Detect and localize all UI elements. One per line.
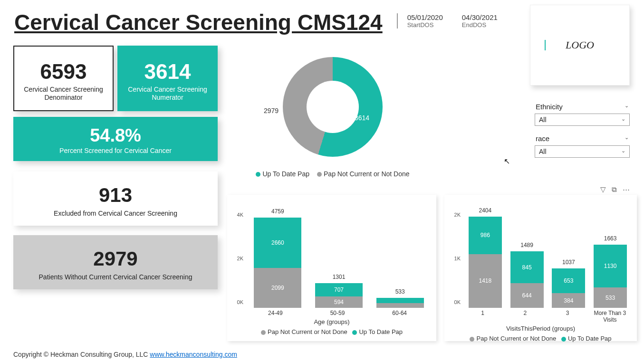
- logo-placeholder: LOGO: [530, 5, 630, 86]
- age-chart-legend: Pap Not Current or Not Done Up To Date P…: [230, 328, 433, 335]
- bar-segment-uptodate[interactable]: 653: [552, 268, 585, 293]
- dot-grey-icon: [470, 337, 474, 342]
- kpi-excluded-card[interactable]: 913 Excluded from Cervical Cancer Screen…: [13, 171, 218, 226]
- filter-ethnicity-value: All: [539, 116, 547, 124]
- filter-ethnicity-header[interactable]: Ethnicity ⌄: [535, 100, 630, 114]
- bar-total-label: 1037: [548, 259, 590, 265]
- kpi-percent-label: Percent Screened for Cervical Cancer: [16, 147, 215, 154]
- bar-segment-uptodate[interactable]: 707: [315, 283, 363, 296]
- filter-race-select[interactable]: All ⌄: [535, 145, 630, 158]
- kpi-percent-value: 54.8%: [16, 125, 215, 146]
- bar-group[interactable]: 1301594707: [308, 283, 370, 308]
- bar-stack: 5331130: [594, 245, 627, 308]
- chevron-down-icon: ⌄: [621, 116, 625, 124]
- date-range: 05/01/2020 StartDOS 04/30/2021 EndDOS: [397, 13, 498, 29]
- kpi-numerator-label: Cervical Cancer Screening Numerator: [121, 86, 214, 102]
- more-options-icon[interactable]: ⋯: [623, 185, 630, 194]
- bar-stack: 644845: [510, 251, 544, 308]
- kpi-percent-card[interactable]: 54.8% Percent Screened for Cervical Canc…: [13, 117, 218, 161]
- bar-total-label: 533: [369, 288, 431, 294]
- x-category-label: 60-64: [368, 310, 431, 316]
- bar-segment-notcurrent[interactable]: 644: [510, 283, 544, 308]
- bar-total-label: 1663: [589, 235, 631, 241]
- kpi-denominator-card[interactable]: 6593 Cervical Cancer Screening Denominat…: [13, 46, 114, 111]
- bar-segment-notcurrent[interactable]: 594: [315, 296, 363, 308]
- focus-mode-icon[interactable]: ⧉: [612, 185, 617, 194]
- bar-group[interactable]: 1037384653: [548, 268, 590, 308]
- bar-group[interactable]: 16635331130: [589, 245, 631, 308]
- legend-item-notcurrent[interactable]: Pap Not Current or Not Done: [261, 328, 347, 335]
- end-date-label: EndDOS: [462, 21, 498, 29]
- visits-x-axis-title: VisitsThisPeriod (groups): [447, 325, 634, 332]
- bar-total-label: 1301: [308, 274, 370, 279]
- bar-stack: 384653: [552, 268, 585, 308]
- bar-segment-uptodate[interactable]: [376, 298, 424, 303]
- visits-y-axis: 0K 1K 2K: [448, 199, 461, 308]
- donut-ring: 2979 3614: [283, 57, 383, 157]
- bar-segment-notcurrent[interactable]: [376, 303, 424, 308]
- end-date-value: 04/30/2021: [462, 13, 498, 21]
- dot-teal-icon: [256, 172, 260, 177]
- bar-segment-uptodate[interactable]: 1130: [594, 245, 627, 287]
- logo-text: LOGO: [566, 39, 594, 51]
- filter-race-label: race: [536, 134, 549, 143]
- bar-total-label: 2404: [464, 207, 506, 213]
- bar-stack: 594707: [315, 283, 363, 308]
- x-category-label: 50-59: [307, 310, 369, 316]
- kpi-column: 6593 Cervical Cancer Screening Denominat…: [13, 46, 218, 289]
- legend-item-uptodate[interactable]: Up To Date Pap: [561, 335, 612, 342]
- cursor-icon: ↖: [504, 157, 510, 166]
- bar-segment-uptodate[interactable]: 2660: [254, 218, 301, 268]
- visits-bar-chart[interactable]: 0K 1K 2K 2404141898614896448451037384653…: [444, 195, 637, 341]
- footer-text: Copyright © Heckman Consulting Group, LL…: [13, 351, 150, 358]
- visual-header-icons: ▽ ⧉ ⋯: [600, 185, 630, 194]
- kpi-without-label: Patients Without Current Cervical Cancer…: [16, 273, 215, 281]
- bar-group[interactable]: 24041418986: [464, 217, 506, 308]
- legend-item-notcurrent[interactable]: Pap Not Current or Not Done: [317, 170, 410, 178]
- bar-stack: 1418986: [469, 217, 502, 308]
- kpi-numerator-value: 3614: [121, 60, 214, 84]
- footer: Copyright © Heckman Consulting Group, LL…: [13, 351, 237, 358]
- kpi-numerator-card[interactable]: 3614 Cervical Cancer Screening Numerator: [117, 46, 218, 111]
- bar-group[interactable]: 1489644845: [506, 251, 548, 308]
- legend-item-notcurrent[interactable]: Pap Not Current or Not Done: [470, 335, 556, 342]
- end-date-block: 04/30/2021 EndDOS: [462, 13, 498, 29]
- x-category-label: 1: [461, 310, 504, 323]
- dot-grey-icon: [261, 330, 266, 335]
- bar-segment-uptodate[interactable]: 986: [469, 217, 502, 254]
- bar-group[interactable]: 533: [369, 298, 431, 308]
- visits-plot-area: 0K 1K 2K 2404141898614896448451037384653…: [461, 199, 631, 308]
- filter-ethnicity-select[interactable]: All ⌄: [535, 114, 630, 126]
- x-category-label: 24-49: [244, 310, 307, 316]
- page-title: Cervical Cancer Screening CMS124: [14, 10, 383, 35]
- bar-total-label: 1489: [506, 242, 548, 248]
- bar-segment-notcurrent[interactable]: 533: [594, 287, 627, 308]
- kpi-without-card[interactable]: 2979 Patients Without Current Cervical C…: [13, 235, 218, 289]
- age-plot-area: 0K 2K 4K 4759209926601301594707533: [244, 199, 431, 308]
- bar-segment-notcurrent[interactable]: 1418: [469, 254, 502, 308]
- age-bar-chart[interactable]: 0K 2K 4K 4759209926601301594707533 24-49…: [227, 195, 436, 341]
- legend-item-uptodate[interactable]: Up To Date Pap: [256, 170, 309, 178]
- kpi-denominator-value: 6593: [17, 60, 110, 84]
- filter-race-header[interactable]: race ⌄: [535, 132, 630, 145]
- visits-chart-legend: Pap Not Current or Not Done Up To Date P…: [447, 335, 634, 342]
- bar-segment-uptodate[interactable]: 845: [510, 251, 544, 284]
- start-date-label: StartDOS: [407, 21, 443, 29]
- dot-teal-icon: [561, 337, 566, 342]
- donut-label-not-current: 2979: [264, 107, 279, 114]
- donut-legend: Up To Date Pap Pap Not Current or Not Do…: [238, 170, 428, 178]
- chevron-down-icon: ⌄: [621, 148, 625, 155]
- bar-stack: [376, 298, 424, 308]
- chevron-down-icon: ⌄: [625, 103, 629, 111]
- bar-segment-notcurrent[interactable]: 2099: [254, 268, 301, 308]
- filter-icon[interactable]: ▽: [600, 185, 606, 194]
- donut-chart[interactable]: 2979 3614 Up To Date Pap Pap Not Current…: [238, 57, 428, 178]
- x-category-label: 3: [547, 310, 589, 323]
- kpi-excluded-label: Excluded from Cervical Cancer Screening: [16, 210, 215, 217]
- legend-item-uptodate[interactable]: Up To Date Pap: [352, 328, 403, 335]
- donut-label-uptodate: 3614: [355, 114, 369, 122]
- bar-group[interactable]: 475920992660: [247, 218, 308, 308]
- start-date-value: 05/01/2020: [407, 13, 443, 21]
- footer-link[interactable]: www.heckmanconsulting.com: [150, 351, 237, 358]
- bar-segment-notcurrent[interactable]: 384: [552, 293, 585, 308]
